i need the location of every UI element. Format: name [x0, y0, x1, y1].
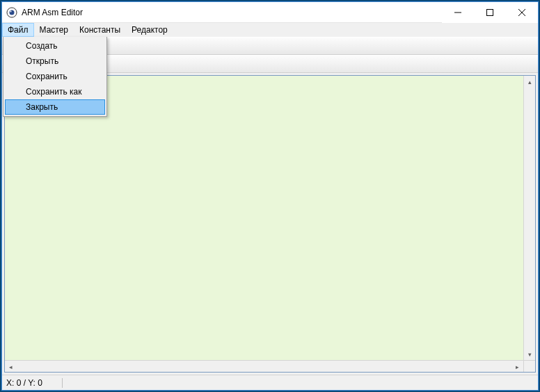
- status-separator: [62, 378, 63, 388]
- close-icon: [518, 9, 525, 16]
- dropdown-label: Закрыть: [26, 102, 58, 112]
- scrollbar-horizontal[interactable]: ◂ ▸: [5, 360, 523, 372]
- editor-frame: ▴ ▾ ◂ ▸: [4, 75, 536, 373]
- file-menu-open[interactable]: Открыть: [5, 54, 105, 69]
- close-button[interactable]: [506, 2, 538, 23]
- dropdown-label: Открыть: [26, 56, 58, 66]
- chevron-left-icon: ◂: [9, 364, 13, 370]
- menubar: Файл Мастер Константы Редактор: [2, 23, 538, 37]
- file-menu-close[interactable]: Закрыть: [5, 99, 105, 115]
- dropdown-label: Сохранить: [26, 72, 68, 81]
- file-menu-create[interactable]: Создать: [5, 38, 105, 54]
- app-window: ARM Asm Editor Файл Мастер Константы Ред…: [1, 1, 539, 391]
- maximize-button[interactable]: [474, 2, 506, 23]
- minimize-icon: [454, 9, 461, 16]
- minimize-button[interactable]: [442, 2, 474, 23]
- scrollbar-vertical[interactable]: ▴ ▾: [523, 76, 535, 360]
- editor-container: ▴ ▾ ◂ ▸: [2, 73, 538, 375]
- chevron-down-icon: ▾: [528, 351, 532, 358]
- menu-label: Редактор: [132, 25, 168, 35]
- menu-file[interactable]: Файл: [2, 23, 34, 37]
- dropdown-label: Сохранить как: [26, 87, 81, 97]
- chevron-right-icon: ▸: [516, 364, 519, 370]
- menu-constants[interactable]: Константы: [74, 23, 126, 37]
- file-menu-save[interactable]: Сохранить: [5, 69, 105, 84]
- titlebar: ARM Asm Editor: [2, 2, 538, 23]
- svg-point-1: [10, 10, 15, 15]
- scroll-right-button[interactable]: ▸: [511, 361, 523, 373]
- maximize-icon: [486, 9, 493, 16]
- menu-label: Константы: [79, 25, 120, 35]
- svg-rect-4: [487, 10, 493, 16]
- app-icon: [6, 7, 17, 18]
- status-coords: X: 0 / Y: 0: [6, 378, 42, 388]
- window-controls: [442, 2, 538, 23]
- editor-canvas[interactable]: [5, 76, 535, 372]
- file-menu-dropdown: Создать Открыть Сохранить Сохранить как …: [3, 37, 107, 117]
- menu-label: Мастер: [40, 25, 69, 35]
- scroll-corner: [523, 360, 535, 372]
- window-title: ARM Asm Editor: [22, 8, 83, 17]
- scroll-up-button[interactable]: ▴: [524, 76, 536, 88]
- file-menu-save-as[interactable]: Сохранить как: [5, 84, 105, 99]
- menu-editor[interactable]: Редактор: [126, 23, 173, 37]
- menu-label: Файл: [8, 25, 29, 35]
- chevron-up-icon: ▴: [528, 79, 532, 85]
- statusbar: X: 0 / Y: 0: [2, 375, 538, 390]
- menu-master[interactable]: Мастер: [34, 23, 74, 37]
- svg-point-2: [10, 10, 12, 12]
- scroll-left-button[interactable]: ◂: [5, 361, 17, 373]
- dropdown-label: Создать: [26, 41, 58, 51]
- scroll-down-button[interactable]: ▾: [524, 348, 536, 360]
